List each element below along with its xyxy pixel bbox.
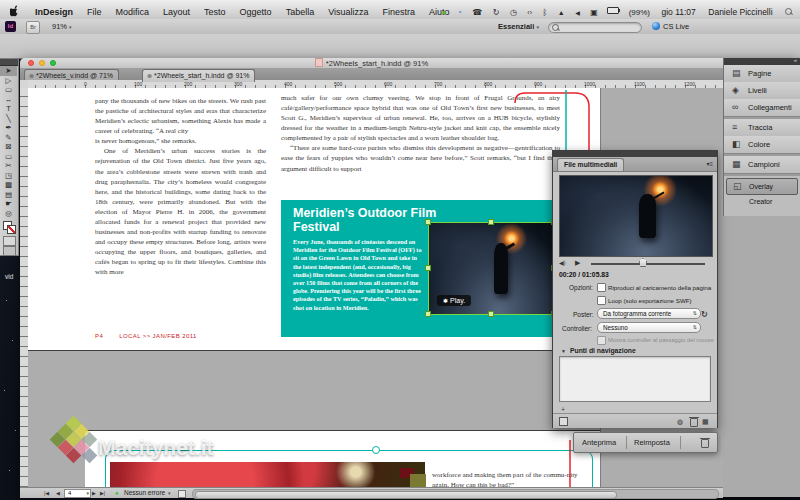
- tab-2wheels-start-h[interactable]: ⊗*2Wheels_start_h.indd @ 91%: [142, 69, 255, 82]
- dock-item-overlay-creator[interactable]: ◱Overlay Creator: [726, 178, 798, 195]
- last-page-button[interactable]: ▶|: [100, 491, 105, 496]
- battery-icon[interactable]: [607, 7, 619, 14]
- menu-clock[interactable]: gio 11:07: [657, 7, 699, 17]
- nav-points-disclosure[interactable]: ▼: [561, 349, 566, 354]
- dock-item-traccia[interactable]: ≡Traccia: [724, 119, 800, 136]
- prev-page-button[interactable]: ◀: [56, 491, 60, 496]
- menu-user[interactable]: Daniele Piccinelli: [704, 7, 776, 17]
- normal-view-button[interactable]: [3, 236, 16, 246]
- dock-item-livelli[interactable]: ◈Livelli: [724, 82, 800, 99]
- show-controller-checkbox[interactable]: [597, 336, 606, 345]
- next-page-button[interactable]: ▶: [92, 491, 96, 496]
- controller-label: Controller:: [562, 326, 592, 333]
- desktop-icon-label[interactable]: vid: [5, 274, 13, 281]
- play-button[interactable]: ✱Play.: [437, 295, 471, 306]
- apple-menu[interactable]: [0, 0, 28, 19]
- search-input[interactable]: [548, 22, 642, 33]
- page2-photo[interactable]: [110, 462, 425, 487]
- text-frame-page2[interactable]: workforce and making them part of the co…: [432, 470, 584, 487]
- first-page-button[interactable]: |◀: [44, 491, 49, 496]
- zoom-tool[interactable]: ◎: [0, 209, 17, 219]
- torch-arm: [504, 242, 515, 250]
- video-frame[interactable]: ✱Play.: [428, 222, 555, 315]
- page-number-field[interactable]: 4▾: [64, 489, 91, 498]
- preflight-panel-icon[interactable]: [178, 490, 186, 498]
- nav-points-list[interactable]: [559, 356, 711, 402]
- pencil-tool[interactable]: ✎: [0, 133, 17, 143]
- text-frame-right-column[interactable]: much safer for our own clumsy veering. W…: [281, 93, 560, 174]
- dock-item-campioni[interactable]: ▦Campioni: [724, 156, 800, 173]
- trash-icon[interactable]: [701, 439, 709, 448]
- text-frame-left-column[interactable]: pany the thousands of new bikes on the s…: [95, 96, 266, 277]
- scrub-track[interactable]: [591, 263, 705, 265]
- trash-icon[interactable]: [690, 418, 698, 427]
- loop-checkbox[interactable]: [597, 296, 606, 305]
- menu-bar: InDesignFileModificaLayoutTestoOggettoTa…: [0, 0, 800, 20]
- festival-sidebar-box[interactable]: Meridien’s Outdoor Film Festival Every J…: [281, 200, 559, 337]
- bridge-button[interactable]: Br: [26, 21, 40, 34]
- reimposta-button[interactable]: Reimposta: [634, 438, 670, 447]
- free-transform-tool[interactable]: ◳: [0, 171, 17, 181]
- type-tool[interactable]: T: [0, 104, 17, 114]
- direct-selection-tool[interactable]: ▷: [0, 76, 17, 86]
- zoom-level-dropdown[interactable]: 91% ▾: [52, 22, 72, 31]
- poster-select[interactable]: Da fotogramma corrente⇅: [597, 308, 701, 319]
- autoplay-checkbox[interactable]: [597, 283, 606, 292]
- close-tab-icon[interactable]: ⊗: [147, 73, 152, 79]
- document-icon: [315, 58, 323, 67]
- film-icon[interactable]: ▦: [702, 418, 709, 425]
- dock-item-colore[interactable]: ◧Colore: [724, 136, 800, 153]
- show-controller-label: Mostra controller al passaggio del mouse: [608, 338, 714, 344]
- play-pause-button[interactable]: ▶: [575, 259, 580, 266]
- frame-handle[interactable]: [372, 446, 380, 454]
- horizontal-scrollbar[interactable]: [192, 489, 719, 499]
- close-tab-icon[interactable]: ⊗: [29, 73, 34, 79]
- note-tool[interactable]: ▤: [0, 190, 17, 200]
- preflight-menu-icon[interactable]: ▾: [168, 491, 171, 496]
- scrollbar-thumb[interactable]: [195, 491, 617, 499]
- globe-icon[interactable]: ◍: [677, 418, 683, 425]
- add-nav-point-button[interactable]: +: [561, 406, 565, 413]
- panel-menu-icon[interactable]: ▾≡: [706, 160, 713, 167]
- close-window-button[interactable]: [28, 60, 34, 66]
- media-panel-tab[interactable]: File multimediali: [557, 158, 624, 171]
- hand-tool[interactable]: ☛: [0, 199, 17, 209]
- footer-page-number: P4: [95, 333, 103, 339]
- selection-tool[interactable]: ➤: [0, 66, 17, 76]
- anteprima-button[interactable]: Anteprima: [582, 438, 616, 447]
- pen-tool[interactable]: ✒: [0, 123, 17, 133]
- media-preview[interactable]: [559, 175, 713, 257]
- preview-spread-icon[interactable]: [559, 417, 568, 426]
- zoom-window-button[interactable]: [50, 60, 56, 66]
- dock-header[interactable]: «: [724, 58, 800, 65]
- preview-view-button[interactable]: [3, 246, 16, 256]
- gradient-tool[interactable]: ▩: [0, 180, 17, 190]
- volume-button[interactable]: ◀⟩: [559, 260, 566, 266]
- minimize-window-button[interactable]: [39, 60, 45, 66]
- scissors-tool[interactable]: ✂: [0, 161, 17, 171]
- options-label: Opzioni:: [569, 285, 593, 292]
- controller-select[interactable]: Nessuno⇅: [597, 322, 701, 333]
- frame-tool[interactable]: ⊠: [0, 142, 17, 152]
- collapse-dock-icon[interactable]: «: [794, 57, 797, 63]
- dock-item-pagine[interactable]: ▤Pagine: [724, 65, 800, 82]
- workspace-switcher[interactable]: Essenziali ▾: [498, 22, 539, 31]
- scrub-thumb[interactable]: [639, 258, 647, 267]
- gap-tool[interactable]: ↔: [0, 95, 17, 105]
- tools-panel: ➤ ▷ ▭ ↔ T ╲ ✒ ✎ ⊠ ▭ ✂ ◳ ▩ ▤ ☛ ◎: [0, 58, 19, 256]
- spotlight-icon[interactable]: [785, 8, 792, 15]
- page-tool[interactable]: ▭: [0, 85, 17, 95]
- rectangle-tool[interactable]: ▭: [0, 152, 17, 162]
- cs-live-button[interactable]: CS Live: [652, 21, 689, 32]
- page2-photo-block2: [410, 474, 426, 487]
- dock-item-collegamenti[interactable]: ∞Collegamenti: [724, 99, 800, 116]
- tools-panel-grip[interactable]: [0, 59, 18, 66]
- refresh-poster-button[interactable]: ↻: [701, 311, 708, 319]
- loop-label: Loop (solo esportazione SWF): [608, 298, 692, 304]
- ruler-number: 0: [84, 81, 87, 87]
- ruler-number: 1000: [584, 81, 595, 87]
- toolbar-stroke-swatch[interactable]: [7, 225, 16, 234]
- screen: vid InDesignFileModificaLayoutTestoOgget…: [0, 0, 800, 500]
- line-tool[interactable]: ╲: [0, 114, 17, 124]
- preflight-status[interactable]: Nessun errore: [124, 490, 165, 497]
